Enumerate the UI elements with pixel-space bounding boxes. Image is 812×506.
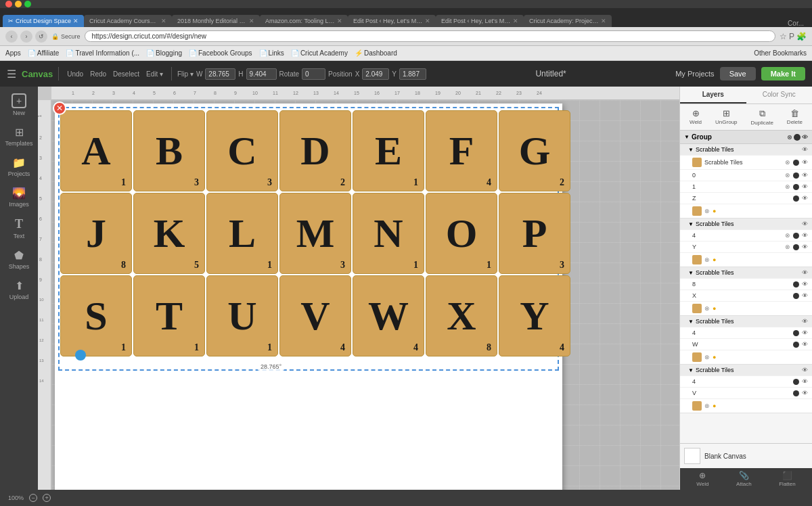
layer-row-scrabble-tiles-1[interactable]: Scrabble Tiles ⊗ 👁 bbox=[680, 155, 812, 169]
flatten-bottom-btn[interactable]: ⬛ Flatten bbox=[779, 471, 795, 487]
bookmark-dashboard[interactable]: ⚡ Dashboard bbox=[355, 49, 397, 57]
deselect-button[interactable]: Deselect bbox=[110, 69, 142, 79]
sg4-eye-icon[interactable]: 👁 bbox=[802, 318, 808, 325]
tile-O[interactable]: O 1 bbox=[426, 193, 497, 274]
tile-V[interactable]: V 4 bbox=[279, 275, 351, 356]
tile-Y[interactable]: Y 4 bbox=[499, 275, 570, 356]
layer-row-0[interactable]: 0 ⊗ 👁 bbox=[680, 169, 812, 181]
tile-M[interactable]: M 3 bbox=[279, 193, 351, 274]
tab-close-3[interactable]: ✕ bbox=[249, 18, 254, 24]
edit-dropdown-button[interactable]: Edit ▾ bbox=[143, 69, 166, 79]
tile-S[interactable]: S 1 bbox=[60, 275, 132, 356]
bookmark-links[interactable]: 📄 Links bbox=[259, 49, 284, 57]
tab-cricut-academy[interactable]: Cricut Academy Course Info... ✕ bbox=[84, 15, 172, 27]
sg2-eye-icon[interactable]: 👁 bbox=[802, 221, 808, 227]
subgroup-2-header[interactable]: ▼ Scrabble Tiles 👁 bbox=[680, 218, 812, 229]
bookmark-other[interactable]: Other Bookmarks bbox=[754, 49, 807, 57]
make-it-button[interactable]: Make It bbox=[761, 67, 805, 80]
sidebar-item-projects[interactable]: 📁 Projects bbox=[0, 152, 38, 181]
tab-close-6[interactable]: ✕ bbox=[513, 18, 518, 24]
tab-calendar[interactable]: 2018 Monthly Editorial Calen... ✕ bbox=[172, 15, 260, 27]
tile-P[interactable]: P 3 bbox=[499, 193, 570, 274]
tab-cricut-projects[interactable]: Cricut Academy: Projects &... ✕ bbox=[524, 15, 612, 27]
tile-E[interactable]: E 1 bbox=[353, 110, 424, 191]
tab-close-1[interactable]: ✕ bbox=[73, 18, 78, 24]
tab-color-sync[interactable]: Color Sync bbox=[746, 87, 813, 104]
bookmark-affiliate[interactable]: 📄 Affiliate bbox=[28, 49, 60, 57]
layer-row-v[interactable]: V 👁 bbox=[680, 387, 812, 398]
subgroup-5-header[interactable]: ▼ Scrabble Tiles 👁 bbox=[680, 365, 812, 375]
row8-eye[interactable]: 👁 bbox=[802, 281, 808, 288]
resize-handle[interactable] bbox=[75, 350, 86, 361]
sidebar-item-shapes[interactable]: ⬟ Shapes bbox=[0, 245, 38, 274]
zoom-out-btn[interactable]: − bbox=[29, 494, 37, 502]
row1-eye[interactable]: 👁 bbox=[802, 159, 808, 166]
address-field[interactable]: https://design.cricut.com/#/design/new bbox=[85, 30, 775, 42]
tile-F[interactable]: F 4 bbox=[426, 110, 497, 191]
layer-row-w[interactable]: W 👁 bbox=[680, 338, 812, 350]
maximize-window-btn[interactable] bbox=[24, 1, 31, 7]
tab-amazon[interactable]: Amazon.com: Tooling Leather... ✕ bbox=[260, 15, 348, 27]
tab-close-2[interactable]: ✕ bbox=[161, 18, 166, 24]
sidebar-item-upload[interactable]: ⬆ Upload bbox=[0, 275, 38, 304]
subgroup-1-header[interactable]: ▼ Scrabble Tiles 👁 bbox=[680, 144, 812, 155]
panel-ungroup-btn[interactable]: ⊞ UnGroup bbox=[715, 108, 737, 126]
row1a-eye[interactable]: 👁 bbox=[802, 183, 808, 190]
layer-row-color-4[interactable]: ⊗ ● bbox=[680, 350, 812, 364]
group-eye-icon[interactable]: 👁 bbox=[802, 134, 808, 141]
sidebar-item-images[interactable]: 🌄 Images bbox=[0, 183, 38, 212]
group-header[interactable]: ▼ Group ⊗ 👁 bbox=[680, 131, 812, 144]
canvas-grid[interactable]: ✕ A 1 B 3 bbox=[51, 100, 679, 490]
my-projects-button[interactable]: My Projects bbox=[675, 70, 714, 78]
tile-X[interactable]: X 8 bbox=[426, 275, 497, 356]
color3-x-icon[interactable]: ⊗ bbox=[704, 305, 710, 312]
redo-button[interactable]: Redo bbox=[87, 69, 109, 79]
tile-K[interactable]: K 5 bbox=[133, 193, 205, 274]
bookmark-cricut-academy[interactable]: 📄 Cricut Academy bbox=[291, 49, 348, 57]
sg5-eye-icon[interactable]: 👁 bbox=[802, 367, 808, 373]
color4-x-icon[interactable]: ⊗ bbox=[704, 354, 710, 361]
row0-eye[interactable]: 👁 bbox=[802, 172, 808, 179]
layer-row-color-2[interactable]: ⊗ ● bbox=[680, 252, 812, 267]
pos-y-input[interactable] bbox=[399, 68, 426, 80]
tab-close-5[interactable]: ✕ bbox=[425, 18, 430, 24]
sg3-eye-icon[interactable]: 👁 bbox=[802, 269, 808, 276]
color2-x-icon[interactable]: ⊗ bbox=[704, 256, 710, 263]
tile-C[interactable]: C 3 bbox=[206, 110, 278, 191]
layer-row-8[interactable]: 8 👁 bbox=[680, 278, 812, 290]
bookmark-travel[interactable]: 📄 Travel Information (... bbox=[66, 49, 139, 57]
layer-row-x[interactable]: X 👁 bbox=[680, 290, 812, 301]
tile-A[interactable]: A 1 bbox=[60, 110, 132, 191]
tile-U[interactable]: U 1 bbox=[206, 275, 278, 356]
undo-button[interactable]: Undo bbox=[64, 69, 86, 79]
color5-x-icon[interactable]: ⊗ bbox=[704, 402, 710, 409]
sidebar-item-text[interactable]: T Text bbox=[0, 213, 38, 244]
layer-row-color-5[interactable]: ⊗ ● bbox=[680, 398, 812, 413]
layer-row-color-3[interactable]: ⊗ ● bbox=[680, 301, 812, 315]
attach-bottom-btn[interactable]: 📎 Attach bbox=[736, 471, 752, 487]
subgroup-3-header[interactable]: ▼ Scrabble Tiles 👁 bbox=[680, 267, 812, 278]
layer-row-4c[interactable]: 4 👁 bbox=[680, 375, 812, 387]
row4b-eye[interactable]: 👁 bbox=[802, 329, 808, 336]
tab-close-7[interactable]: ✕ bbox=[601, 18, 606, 24]
layer-row-4a[interactable]: 4 ⊗ 👁 bbox=[680, 229, 812, 241]
layer-row-4b[interactable]: 4 👁 bbox=[680, 327, 812, 338]
save-button[interactable]: Save bbox=[720, 67, 756, 80]
tile-L[interactable]: L 1 bbox=[206, 193, 278, 274]
sidebar-item-new[interactable]: + New bbox=[0, 89, 38, 120]
sidebar-item-templates[interactable]: ⊞ Templates bbox=[0, 122, 38, 151]
layer-row-y[interactable]: Y ⊗ 👁 bbox=[680, 241, 812, 252]
tab-edit-post-2[interactable]: Edit Post ‹ Hey, Let's Make S... ✕ bbox=[436, 15, 524, 27]
rotate-input[interactable] bbox=[302, 68, 325, 80]
new-tab-btn[interactable]: Cor... bbox=[782, 20, 809, 27]
panel-delete-btn[interactable]: 🗑 Delete bbox=[787, 108, 803, 126]
tile-T[interactable]: T 1 bbox=[133, 275, 205, 356]
sg1-eye-icon[interactable]: 👁 bbox=[802, 146, 808, 153]
panel-duplicate-btn[interactable]: ⧉ Duplicate bbox=[751, 108, 773, 126]
bookmark-facebook[interactable]: 📄 Facebook Groups bbox=[189, 49, 252, 57]
row1a-x-icon[interactable]: ⊗ bbox=[785, 183, 790, 190]
tile-J[interactable]: J 8 bbox=[60, 193, 132, 274]
group-x-icon[interactable]: ⊗ bbox=[787, 134, 792, 141]
flip-btn[interactable]: Flip ▾ bbox=[177, 70, 194, 78]
bookmark-apps[interactable]: Apps bbox=[5, 49, 21, 57]
